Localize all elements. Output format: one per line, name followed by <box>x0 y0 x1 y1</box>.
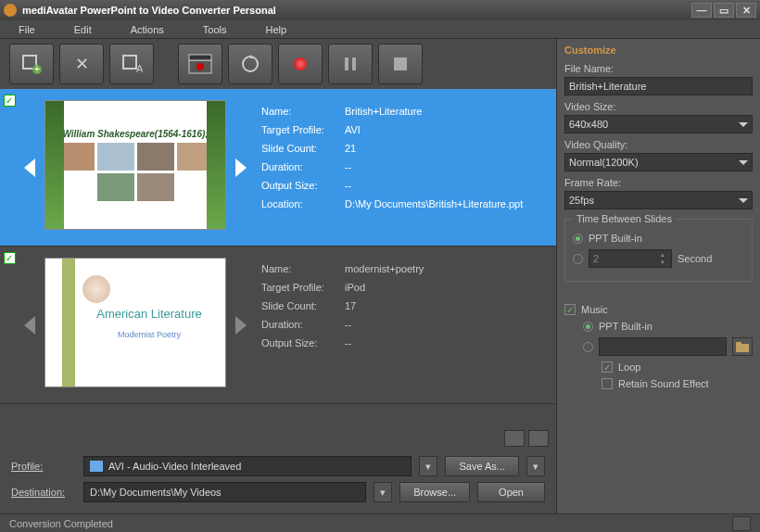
stop-button[interactable] <box>378 44 423 84</box>
minimize-button[interactable]: — <box>691 3 712 18</box>
music-group: ✓Music PPT Built-in ✓Loop Retain Sound E… <box>564 291 753 402</box>
maximize-button[interactable]: ▭ <box>714 3 734 18</box>
status-text: Conversion Completed <box>9 518 113 529</box>
customize-title: Customize <box>564 44 753 56</box>
open-button[interactable]: Open <box>477 482 545 502</box>
chevron-down-icon <box>739 122 748 127</box>
clapper-record-button[interactable] <box>178 44 222 84</box>
music-ppt-builtin-radio[interactable] <box>583 322 593 332</box>
menu-file[interactable]: File <box>19 24 35 35</box>
music-browse-button[interactable] <box>732 337 753 356</box>
item-metadata: Name:British+Literature Target Profile:A… <box>252 89 556 246</box>
save-as-button[interactable]: Save As... <box>445 456 519 476</box>
destination-label: Destination: <box>11 487 76 498</box>
svg-rect-3 <box>123 56 136 69</box>
save-as-dropdown-button[interactable]: ▾ <box>526 456 545 476</box>
profile-dropdown-button[interactable]: ▾ <box>419 456 437 476</box>
music-checkbox[interactable]: ✓ <box>564 304 576 315</box>
slide-thumbnail: William Shakespeare(1564-1616); <box>44 100 226 230</box>
time-ppt-builtin-radio[interactable] <box>573 234 583 244</box>
profile-select[interactable]: AVI - Audio-Video Interleaved <box>83 456 412 476</box>
menu-edit[interactable]: Edit <box>74 24 92 35</box>
time-custom-radio[interactable] <box>573 254 583 264</box>
record-icon <box>294 57 307 70</box>
browse-button[interactable]: Browse... <box>399 482 470 502</box>
destination-input[interactable]: D:\My Documents\My Videos <box>83 482 366 502</box>
svg-rect-11 <box>352 57 356 70</box>
delete-button[interactable]: ✕ <box>59 44 104 84</box>
chevron-down-icon <box>739 198 748 203</box>
filename-input[interactable] <box>564 77 753 95</box>
item-checkbox[interactable]: ✓ <box>4 95 16 107</box>
loop-checkbox[interactable]: ✓ <box>602 361 613 373</box>
prev-slide-button[interactable] <box>24 158 35 177</box>
retain-sound-checkbox[interactable] <box>602 378 613 389</box>
music-file-input[interactable] <box>599 337 727 356</box>
view-list-button[interactable] <box>528 430 549 447</box>
statusbar: Conversion Completed <box>0 513 760 532</box>
auto-button[interactable]: A <box>109 44 154 84</box>
customize-panel: Customize File Name: Video Size: 640x480… <box>556 39 760 513</box>
framerate-select[interactable]: 25fps <box>564 191 753 209</box>
svg-point-8 <box>243 57 258 71</box>
svg-rect-10 <box>345 57 348 70</box>
menu-tools[interactable]: Tools <box>203 24 227 35</box>
view-switch <box>0 426 556 450</box>
videosize-select[interactable]: 640x480 <box>564 115 753 133</box>
add-file-button[interactable]: + <box>9 44 54 84</box>
menu-actions[interactable]: Actions <box>131 24 164 35</box>
titlebar: mediAvatar PowerPoint to Video Converter… <box>0 0 760 20</box>
next-slide-button[interactable] <box>235 158 247 177</box>
item-metadata: Name:modernist+poetry Target Profile:iPo… <box>252 247 556 403</box>
svg-rect-13 <box>736 344 749 352</box>
list-item[interactable]: ✓ American Literature Modernist Poetry N… <box>0 247 556 404</box>
svg-text:+: + <box>34 63 40 74</box>
quality-label: Video Quality: <box>564 139 753 150</box>
time-between-slides-group: Time Between Slides PPT Built-in 2▴▾ Sec… <box>564 219 753 282</box>
profile-label: Profile: <box>11 461 76 472</box>
svg-rect-6 <box>189 55 211 60</box>
bottom-panel: Profile: AVI - Audio-Video Interleaved ▾… <box>0 450 556 513</box>
close-button[interactable]: ✕ <box>736 3 756 18</box>
svg-rect-12 <box>394 57 407 70</box>
toolbar: + ✕ A <box>0 39 556 89</box>
music-custom-radio[interactable] <box>583 342 593 352</box>
menu-help[interactable]: Help <box>265 24 286 35</box>
pause-button[interactable] <box>328 44 373 84</box>
time-seconds-spinner[interactable]: 2▴▾ <box>589 249 672 268</box>
slide-thumbnail: American Literature Modernist Poetry <box>44 258 226 387</box>
list-item[interactable]: ✓ William Shakespeare(1564-1616); Name:B… <box>0 89 556 247</box>
svg-rect-14 <box>736 342 741 345</box>
status-log-button[interactable] <box>732 516 751 531</box>
prev-slide-button[interactable] <box>24 316 35 335</box>
file-list: ✓ William Shakespeare(1564-1616); Name:B… <box>0 89 556 426</box>
destination-dropdown-button[interactable]: ▾ <box>374 482 392 502</box>
framerate-label: Frame Rate: <box>564 177 753 188</box>
item-checkbox[interactable]: ✓ <box>4 252 16 264</box>
filename-label: File Name: <box>564 63 753 74</box>
profile-icon <box>90 461 103 472</box>
app-title: mediAvatar PowerPoint to Video Converter… <box>22 5 276 16</box>
refresh-button[interactable] <box>228 44 272 84</box>
record-button[interactable] <box>278 44 323 84</box>
svg-point-7 <box>196 63 204 70</box>
chevron-down-icon <box>739 160 748 165</box>
menubar: File Edit Actions Tools Help <box>0 20 760 39</box>
videosize-label: Video Size: <box>564 101 753 112</box>
quality-select[interactable]: Normal(1200K) <box>564 153 753 171</box>
svg-text:A: A <box>136 63 143 74</box>
app-icon <box>4 4 17 17</box>
next-slide-button[interactable] <box>235 316 247 335</box>
view-thumbnails-button[interactable] <box>504 430 525 447</box>
